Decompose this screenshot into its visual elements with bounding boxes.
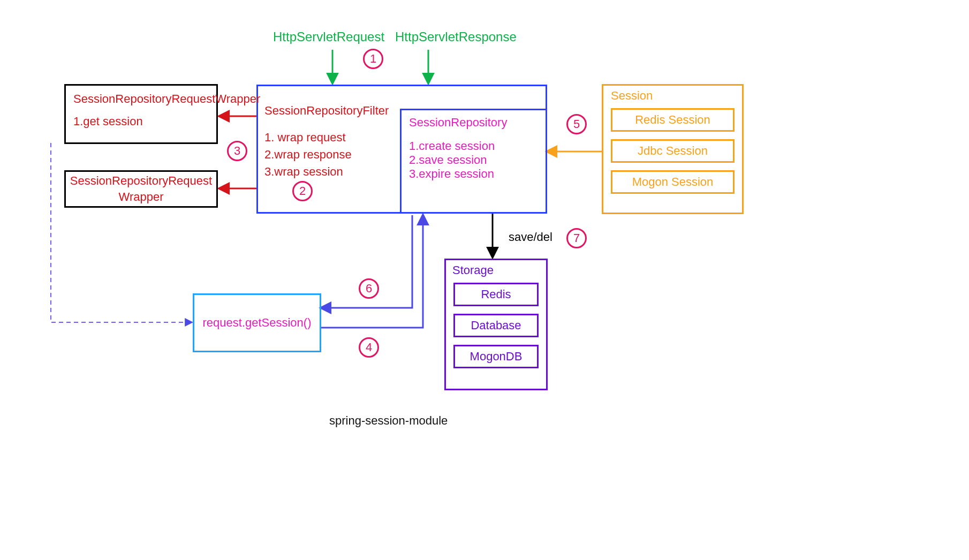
session-repository-line2: 2.save session bbox=[409, 153, 538, 167]
wrapper1-line1: 1.get session bbox=[73, 113, 209, 130]
save-del-label: save/del bbox=[509, 230, 552, 244]
step-1-badge: 1 bbox=[363, 49, 383, 69]
step-2: 2 bbox=[299, 184, 306, 198]
storage-item-redis: Redis bbox=[453, 283, 539, 306]
session-title: Session bbox=[611, 89, 735, 103]
request-wrapper-box-2: SessionRepositoryRequestWrapper bbox=[64, 170, 218, 208]
step-1: 1 bbox=[370, 52, 376, 66]
get-session-label: request.getSession() bbox=[203, 316, 312, 330]
step-3: 3 bbox=[234, 144, 240, 158]
session-item-mongo: Mogon Session bbox=[611, 170, 735, 194]
storage-item-mongodb: MogonDB bbox=[453, 345, 539, 368]
step-5-badge: 5 bbox=[566, 114, 587, 134]
session-repository-line3: 3.expire session bbox=[409, 167, 538, 181]
wrapper1-title: SessionRepositoryRequestWrapper bbox=[73, 91, 209, 107]
storage-title: Storage bbox=[452, 263, 539, 277]
diagram-caption: spring-session-module bbox=[329, 414, 448, 428]
request-wrapper-box-1: SessionRepositoryRequestWrapper 1.get se… bbox=[64, 84, 218, 144]
session-box: Session Redis Session Jdbc Session Mogon… bbox=[602, 84, 744, 214]
wrapper2-title: SessionRepositoryRequestWrapper bbox=[70, 173, 212, 205]
storage-box: Storage Redis Database MogonDB bbox=[444, 259, 548, 390]
get-session-box: request.getSession() bbox=[193, 293, 321, 352]
storage-item-database: Database bbox=[453, 314, 539, 337]
http-request-label: HttpServletRequest bbox=[273, 29, 384, 44]
step-4-badge: 4 bbox=[359, 337, 379, 358]
step-5: 5 bbox=[573, 117, 580, 131]
filter-line2: 2.wrap response bbox=[264, 146, 389, 163]
step-7-badge: 7 bbox=[566, 228, 587, 248]
step-2-badge: 2 bbox=[292, 181, 313, 201]
http-response-label: HttpServletResponse bbox=[395, 29, 517, 44]
session-repository-title: SessionRepository bbox=[409, 116, 538, 130]
filter-line1: 1. wrap request bbox=[264, 129, 389, 146]
session-item-redis: Redis Session bbox=[611, 108, 735, 132]
filter-title: SessionRepositoryFilter bbox=[264, 102, 389, 119]
step-6-badge: 6 bbox=[359, 278, 379, 299]
step-4: 4 bbox=[366, 340, 372, 354]
step-3-badge: 3 bbox=[227, 141, 247, 161]
session-repository-box: SessionRepository 1.create session 2.sav… bbox=[400, 109, 547, 214]
step-6: 6 bbox=[366, 282, 372, 296]
filter-line3: 3.wrap session bbox=[264, 163, 389, 180]
filter-block: SessionRepositoryFilter 1. wrap request … bbox=[264, 102, 389, 180]
session-item-jdbc: Jdbc Session bbox=[611, 139, 735, 163]
step-7: 7 bbox=[573, 231, 580, 245]
session-repository-line1: 1.create session bbox=[409, 139, 538, 153]
